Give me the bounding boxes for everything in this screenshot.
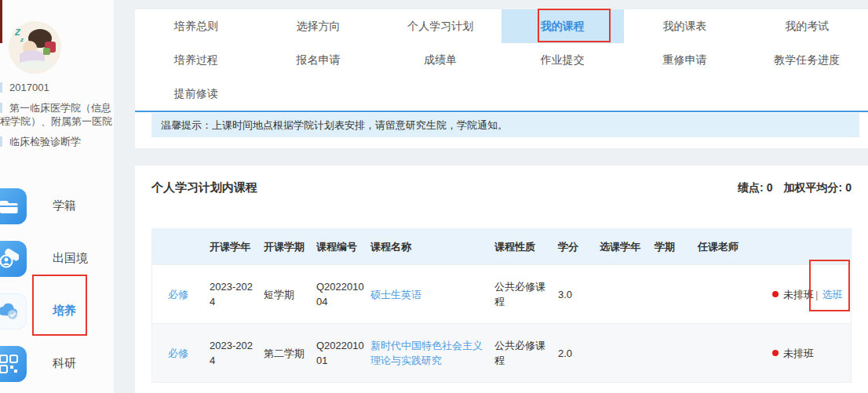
cloud-icon — [0, 293, 27, 329]
tab-chongxiu-shenqing[interactable]: 重修申请 — [624, 43, 746, 77]
sidebar-item-label: 出国境 — [53, 251, 88, 266]
qrcode-icon — [0, 346, 27, 382]
course-year: 2023-2024 — [210, 279, 264, 309]
passport-icon — [0, 241, 27, 277]
course-type: 必修 — [168, 287, 210, 302]
col-nature: 课程性质 — [494, 239, 558, 254]
col-term: 开课学期 — [264, 239, 316, 254]
status-separator: | — [815, 287, 818, 302]
tab-zuoye-tijiao[interactable]: 作业提交 — [501, 43, 624, 77]
col-select-term: 学期 — [655, 239, 698, 254]
sidebar-menu: 学籍 出国境 培养 — [0, 180, 114, 390]
col-credit: 学分 — [558, 239, 600, 254]
table-header-row: 开课学年 开课学期 课程编号 课程名称 课程性质 学分 选课学年 学期 任课老师 — [152, 228, 851, 264]
tab-geren-xuexi-jihua[interactable]: 个人学习计划 — [379, 9, 501, 43]
course-plan-card: 个人学习计划内课程 绩点:0 加权平均分:0 开课学年 开课学期 课程编号 课程… — [135, 166, 868, 393]
course-status-cell: 未排班 — [772, 346, 851, 361]
col-code: 课程编号 — [316, 239, 370, 254]
course-credit: 3.0 — [558, 287, 600, 302]
svg-text:z: z — [20, 36, 24, 43]
tab-wode-kecheng[interactable]: 我的课程 — [501, 9, 624, 43]
tab-peiyang-zongze[interactable]: 培养总则 — [135, 9, 257, 43]
gpa-value: 0 — [767, 181, 773, 194]
sidebar-item-chuguojing[interactable]: 出国境 — [0, 232, 114, 285]
course-table: 开课学年 开课学期 课程编号 课程名称 课程性质 学分 选课学年 学期 任课老师… — [151, 228, 852, 383]
score-stats: 绩点:0 加权平均分:0 — [738, 181, 852, 195]
folder-icon — [0, 188, 27, 224]
status-text: 未排班 — [783, 287, 814, 302]
sidebar-item-xueji[interactable]: 学籍 — [0, 180, 114, 232]
course-credit: 2.0 — [558, 346, 600, 361]
sidebar-item-label: 培养 — [53, 304, 76, 318]
course-term: 短学期 — [264, 287, 316, 302]
annotation-edge-strip — [0, 0, 2, 43]
col-teacher: 任课老师 — [698, 239, 772, 254]
col-year: 开课学年 — [210, 239, 264, 254]
avatar[interactable]: Z z — [9, 21, 61, 74]
info-bullet-bar — [0, 136, 2, 147]
col-name: 课程名称 — [370, 239, 494, 254]
course-nature: 公共必修课程 — [494, 279, 558, 309]
sidebar: Z z 2017001 第一临床医学院（信息 程学院）、附属第一医院 临床检验诊… — [0, 0, 114, 393]
sidebar-item-keyan[interactable]: 科研 — [0, 337, 114, 390]
select-class-link[interactable]: 选班 — [822, 287, 842, 302]
tab-xuanze-fangxiang[interactable]: 选择方向 — [257, 9, 380, 43]
avatar-illustration: Z z — [9, 21, 61, 74]
student-id: 2017001 — [0, 81, 114, 94]
tab-baoming-shenqing[interactable]: 报名申请 — [257, 43, 380, 77]
tab-wode-kebiao[interactable]: 我的课表 — [624, 9, 746, 43]
major-name: 临床检验诊断学 — [0, 135, 114, 148]
course-code: Q202201004 — [316, 279, 370, 309]
status-text: 未排班 — [783, 346, 814, 361]
college-name: 第一临床医学院（信息 程学院）、附属第一医院 — [0, 101, 114, 128]
course-status-cell: 未排班 | 选班 — [772, 287, 851, 302]
course-code: Q202201001 — [316, 338, 370, 368]
status-dot-icon — [772, 350, 779, 356]
info-bullet-bar — [0, 82, 2, 93]
tab-wode-kaoshi[interactable]: 我的考试 — [746, 9, 868, 43]
sidebar-item-label: 学籍 — [53, 198, 76, 213]
gpa-stat: 绩点:0 — [738, 181, 772, 195]
course-type: 必修 — [168, 346, 210, 361]
weighted-avg-value: 0 — [845, 181, 852, 194]
sidebar-item-peiyang[interactable]: 培养 — [0, 285, 114, 337]
weighted-avg-stat: 加权平均分:0 — [784, 181, 852, 195]
course-year: 2023-2024 — [210, 338, 264, 368]
course-name-link[interactable]: 硕士生英语 — [370, 287, 494, 302]
col-select-year: 选课学年 — [600, 239, 655, 254]
tab-tiqian-xiudu[interactable]: 提前修读 — [135, 77, 257, 111]
table-row: 必修 2023-2024 短学期 Q202201004 硕士生英语 公共必修课程… — [152, 264, 851, 323]
course-name-link[interactable]: 新时代中国特色社会主义理论与实践研究 — [370, 338, 494, 368]
top-nav-card: 培养总则 选择方向 个人学习计划 我的课程 我的课表 我的考试 培养过程 报名申… — [135, 9, 868, 148]
status-dot-icon — [772, 291, 779, 297]
section-title: 个人学习计划内课程 — [151, 180, 257, 195]
course-nature: 公共必修课程 — [494, 338, 558, 368]
info-bullet-bar — [0, 103, 2, 113]
tab-jiaoxue-renwu-jindu[interactable]: 教学任务进度 — [746, 43, 868, 77]
tab-peiyang-guocheng[interactable]: 培养过程 — [135, 43, 257, 77]
sidebar-item-label: 科研 — [53, 356, 76, 371]
section-header: 个人学习计划内课程 绩点:0 加权平均分:0 — [135, 166, 868, 195]
table-row: 必修 2023-2024 第二学期 Q202201001 新时代中国特色社会主义… — [152, 323, 851, 382]
tab-chengjidan[interactable]: 成绩单 — [379, 43, 501, 77]
tab-bar: 培养总则 选择方向 个人学习计划 我的课程 我的课表 我的考试 培养过程 报名申… — [135, 9, 868, 112]
course-term: 第二学期 — [264, 346, 316, 361]
notice-banner: 温馨提示：上课时间地点根据学院计划表安排，请留意研究生院，学院通知。 — [151, 113, 859, 137]
profile-info: 2017001 第一临床医学院（信息 程学院）、附属第一医院 临床检验诊断学 — [0, 81, 114, 148]
